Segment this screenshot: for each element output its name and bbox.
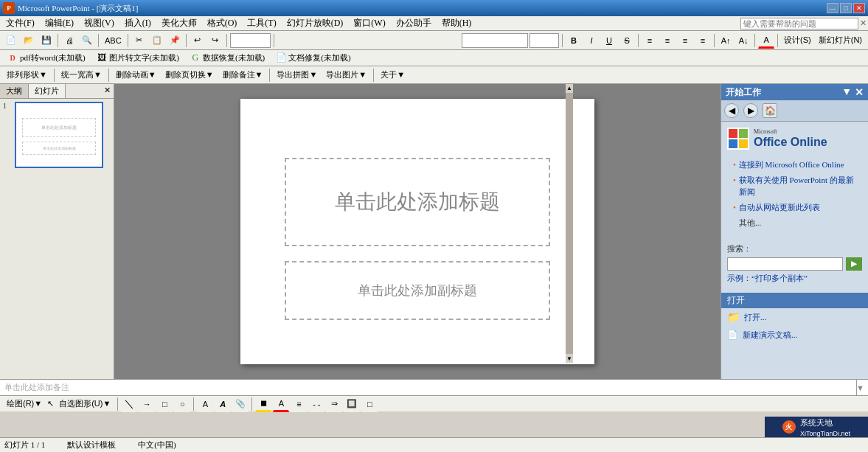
rp-close-button[interactable]: ✕ [855,86,864,99]
export-puzzle-button[interactable]: 导出拼图▼ [273,68,321,83]
arrow-style-button[interactable]: ⇒ [326,396,342,412]
rp-forward-button[interactable]: ▶ [743,103,758,118]
menu-view[interactable]: 视图(V) [80,15,119,31]
rp-back-button[interactable]: ◀ [724,103,739,118]
scroll-up-button[interactable]: ▲ [566,84,573,92]
font-color-btn2[interactable]: A [273,396,289,412]
new-slide-button[interactable]: 新幻灯片(N) [816,32,865,49]
wordart-button[interactable]: A [215,396,231,412]
italic-button[interactable]: I [583,32,600,49]
slide-thumbnail-1[interactable]: 1 单击此处添加标题 单击此处添加副标题 [3,102,111,168]
font-size-input[interactable]: 18 [530,33,559,48]
save-button[interactable]: 💾 [38,32,55,49]
vertical-scrollbar[interactable]: ▲ ▼ [566,84,573,363]
menu-format[interactable]: 格式(O) [203,15,242,31]
increase-font-button[interactable]: A↑ [718,32,734,49]
link-autoupdate[interactable]: 自动从网站更新此列表 [733,200,856,215]
oval-button[interactable]: ○ [174,396,190,412]
3d-button[interactable]: □ [361,396,378,412]
open-file-button[interactable]: 📁 打开... [721,308,868,327]
datarecovery-plugin[interactable]: G 数据恢复(未加载) [186,51,268,66]
draw-button[interactable]: 绘图(R)▼ [3,397,46,411]
del-animation-button[interactable]: 删除动画▼ [112,68,160,83]
new-presentation-button[interactable]: 📄 新建演示文稿... [721,327,868,344]
docrepair-plugin[interactable]: 📄 文档修复(未加载) [271,51,354,66]
sep-dt1 [54,69,55,82]
menu-edit[interactable]: 编辑(E) [41,15,78,31]
sep2 [98,34,99,47]
preview-button[interactable]: 🔍 [79,32,95,49]
uniform-size-button[interactable]: 统一宽高▼ [58,68,105,83]
fill-color-button[interactable]: ◼ [255,396,271,412]
del-transition-button[interactable]: 删除页切换▼ [162,68,218,83]
redo-button[interactable]: ↪ [207,32,223,49]
notes-scrollbar[interactable]: ▼ [856,380,864,396]
subtitle-placeholder[interactable]: 单击此处添加副标题 [285,261,550,320]
rect-button[interactable]: □ [156,396,173,412]
maximize-button[interactable]: □ [840,3,852,13]
rp-search-go-button[interactable]: ▶ [846,257,862,271]
line-style-button[interactable]: ≡ [291,396,307,412]
textbox-button[interactable]: A [197,396,213,412]
menu-file[interactable]: 文件(F) [1,15,39,31]
search-close-icon[interactable]: ✕ [860,18,867,28]
font-color-button[interactable]: A [758,32,774,49]
menu-beautify[interactable]: 美化大师 [157,15,201,31]
export-img-button[interactable]: 导出图片▼ [322,68,370,83]
minimize-button[interactable]: — [827,3,839,13]
copy-button[interactable]: 📋 [149,32,165,49]
close-button[interactable]: ✕ [853,3,865,13]
help-search-input[interactable] [740,18,858,29]
menu-help[interactable]: 帮助(H) [437,15,476,31]
menu-assistant[interactable]: 办公助手 [392,15,436,31]
sep-db2 [193,397,194,411]
link-news[interactable]: 获取有关使用 PowerPoint 的最新新闻 [733,173,856,200]
menu-slideshow[interactable]: 幻灯片放映(D) [282,15,348,31]
paste-button[interactable]: 📌 [167,32,183,49]
clip-button[interactable]: 📎 [232,396,249,412]
zoom-input[interactable]: 48% [230,33,271,48]
scroll-down-button[interactable]: ▼ [566,355,573,363]
new-button[interactable]: 📄 [3,32,19,49]
img2text-plugin[interactable]: 🖼 图片转文字(未加载) [92,51,183,66]
slide-canvas[interactable]: 单击此处添加标题 单击此处添加副标题 [240,99,594,364]
tab-slides[interactable]: 幻灯片 [29,84,66,98]
autoshapes-button[interactable]: 自选图形(U)▼ [55,397,114,411]
line-button[interactable]: ＼ [121,396,137,412]
menu-tools[interactable]: 工具(T) [243,15,280,31]
design-button[interactable]: 设计(S) [781,32,814,49]
arrow-button[interactable]: → [139,396,155,412]
shadow-button[interactable]: 🔲 [344,396,360,412]
rp-search-input[interactable] [727,257,843,271]
align-left-button[interactable]: ≡ [642,32,658,49]
open-button[interactable]: 📂 [21,32,37,49]
justify-button[interactable]: ≡ [695,32,711,49]
title-placeholder[interactable]: 单击此处添加标题 [285,158,550,246]
decrease-font-button[interactable]: A↓ [735,32,751,49]
cut-button[interactable]: ✂ [131,32,147,49]
bold-button[interactable]: B [566,32,582,49]
align-right-button[interactable]: ≡ [677,32,693,49]
scroll-thumb-v[interactable] [566,93,573,354]
about-button[interactable]: 关于▼ [377,68,409,83]
rp-home-button[interactable]: 🏠 [763,103,777,118]
pdf2word-plugin[interactable]: D pdf转word(未加载) [3,51,89,66]
tab-outline[interactable]: 大纲 [0,84,29,98]
other-link[interactable]: 其他... [727,216,862,233]
strikethrough-button[interactable]: S [619,32,635,49]
arrange-shapes-button[interactable]: 排列形状▼ [3,68,51,83]
font-input[interactable]: 宋体 [462,33,528,48]
undo-button[interactable]: ↩ [190,32,206,49]
rp-dropdown-button[interactable]: ▼ [841,86,852,99]
underline-button[interactable]: U [601,32,617,49]
print-button[interactable]: 🖨 [61,32,77,49]
del-notes-button[interactable]: 删除备注▼ [219,68,267,83]
dash-style-button[interactable]: - - [308,396,324,412]
link-connect[interactable]: 连接到 Microsoft Office Online [733,157,856,173]
menu-insert[interactable]: 插入(I) [120,15,156,31]
spell-button[interactable]: ABC [102,32,125,49]
align-center-button[interactable]: ≡ [659,32,676,49]
menu-window[interactable]: 窗口(W) [349,15,389,31]
notes-placeholder[interactable]: 单击此处添加备注 [4,382,69,393]
slide-panel-close-button[interactable]: ✕ [101,84,114,98]
